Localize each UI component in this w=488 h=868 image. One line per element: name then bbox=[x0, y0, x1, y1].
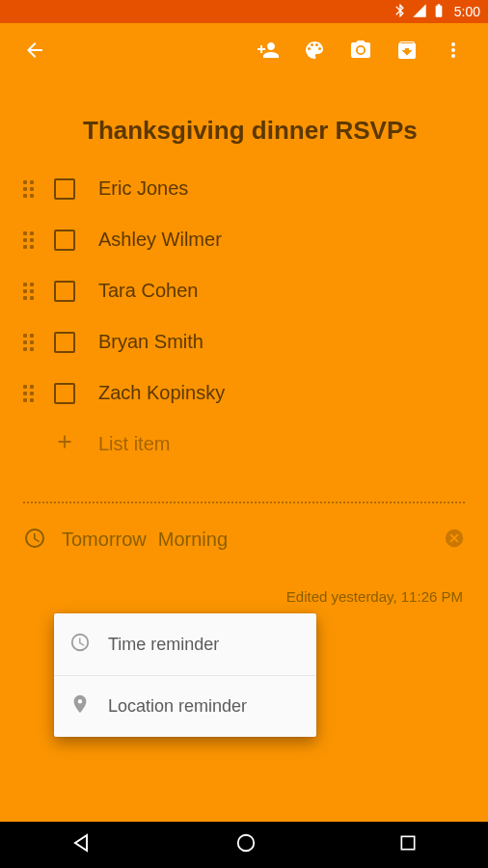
nav-back-button[interactable] bbox=[70, 831, 94, 858]
checkbox[interactable] bbox=[54, 281, 75, 302]
clock-icon bbox=[69, 632, 91, 658]
list-item-label[interactable]: Zach Kopinsky bbox=[98, 382, 225, 404]
app-bar bbox=[0, 23, 488, 77]
location-reminder-label: Location reminder bbox=[108, 696, 247, 717]
overflow-button[interactable] bbox=[430, 27, 476, 73]
checkbox[interactable] bbox=[54, 383, 75, 404]
battery-icon bbox=[431, 3, 447, 21]
drag-handle-icon[interactable] bbox=[23, 334, 41, 351]
camera-button[interactable] bbox=[338, 27, 384, 73]
archive-button[interactable] bbox=[384, 27, 430, 73]
bluetooth-icon bbox=[393, 3, 408, 21]
checkbox[interactable] bbox=[54, 178, 75, 200]
divider bbox=[23, 502, 465, 503]
add-collaborator-button[interactable] bbox=[245, 27, 291, 73]
time-reminder-option[interactable]: Time reminder bbox=[54, 613, 316, 675]
time-reminder-label: Time reminder bbox=[108, 635, 219, 655]
drag-handle-icon[interactable] bbox=[23, 231, 41, 249]
clock-icon bbox=[23, 527, 46, 554]
status-time: 5:00 bbox=[454, 4, 480, 19]
checkbox[interactable] bbox=[54, 332, 75, 353]
list-item-label[interactable]: Ashley Wilmer bbox=[98, 229, 222, 251]
nav-recent-button[interactable] bbox=[398, 833, 418, 856]
list-item: Zach Kopinsky bbox=[23, 367, 465, 419]
reminder-row[interactable]: Tomorrow Morning bbox=[23, 527, 465, 554]
list-item: Eric Jones bbox=[23, 163, 465, 214]
location-icon bbox=[69, 693, 91, 719]
drag-handle-icon[interactable] bbox=[23, 283, 41, 300]
drag-handle-icon[interactable] bbox=[23, 385, 41, 402]
reminder-day[interactable]: Tomorrow bbox=[62, 529, 147, 552]
list-item-label[interactable]: Bryan Smith bbox=[98, 331, 203, 353]
note-title[interactable]: Thanksgiving dinner RSVPs bbox=[83, 116, 465, 146]
back-button[interactable] bbox=[12, 27, 58, 73]
status-bar: 5:00 bbox=[0, 0, 488, 23]
add-item-placeholder: List item bbox=[98, 433, 170, 455]
list-item: Tara Cohen bbox=[23, 265, 465, 316]
plus-icon bbox=[54, 431, 75, 456]
nav-home-button[interactable] bbox=[235, 832, 257, 857]
reminder-type-popup: Time reminder Location reminder bbox=[54, 613, 316, 737]
location-reminder-option[interactable]: Location reminder bbox=[54, 675, 316, 737]
note-content: Thanksgiving dinner RSVPs Eric JonesAshl… bbox=[0, 77, 488, 605]
svg-point-0 bbox=[238, 835, 255, 852]
reminder-time[interactable]: Morning bbox=[158, 529, 228, 552]
list-item: Bryan Smith bbox=[23, 316, 465, 367]
add-list-item[interactable]: List item bbox=[54, 419, 465, 469]
clear-reminder-button[interactable] bbox=[444, 528, 465, 553]
drag-handle-icon[interactable] bbox=[23, 180, 41, 198]
svg-rect-1 bbox=[401, 836, 414, 849]
color-button[interactable] bbox=[291, 27, 338, 73]
signal-icon bbox=[412, 3, 427, 21]
list-item-label[interactable]: Eric Jones bbox=[98, 177, 188, 200]
list-item-label[interactable]: Tara Cohen bbox=[98, 280, 198, 302]
edited-timestamp: Edited yesterday, 11:26 PM bbox=[23, 588, 471, 605]
checkbox[interactable] bbox=[54, 230, 75, 251]
reminder-text: Tomorrow Morning bbox=[62, 529, 228, 552]
list-item: Ashley Wilmer bbox=[23, 214, 465, 265]
system-nav-bar bbox=[0, 822, 488, 868]
